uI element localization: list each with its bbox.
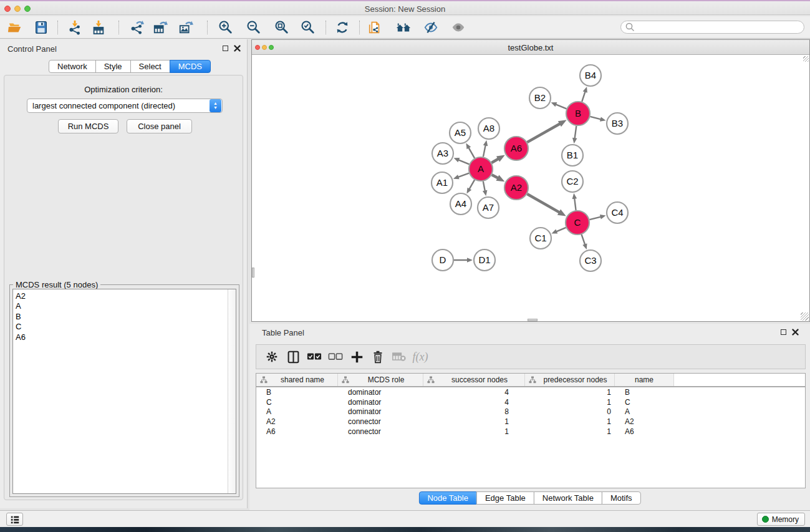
export-table-icon[interactable] xyxy=(152,19,168,36)
table-cell[interactable]: 4 xyxy=(423,388,525,397)
search-field[interactable] xyxy=(620,21,804,34)
run-mcds-button[interactable]: Run MCDS xyxy=(58,119,118,133)
open-file-icon[interactable] xyxy=(7,19,23,36)
tab-mcds[interactable]: MCDS xyxy=(170,60,211,73)
memory-button[interactable]: Memory xyxy=(757,513,805,526)
graph-edge-C-C4[interactable] xyxy=(589,216,601,220)
node-table[interactable]: shared nameMCDS rolesuccessor nodesprede… xyxy=(256,373,806,488)
deselect-all-icon[interactable] xyxy=(325,347,346,366)
table-cell[interactable]: A xyxy=(256,407,338,416)
import-table-icon[interactable] xyxy=(90,19,107,36)
table-tab-edge-table[interactable]: Edge Table xyxy=(476,491,534,505)
show-columns-icon[interactable] xyxy=(282,347,304,366)
table-tab-network-table[interactable]: Network Table xyxy=(534,491,602,505)
table-cell[interactable]: connector xyxy=(338,427,423,436)
tab-network[interactable]: Network xyxy=(49,60,96,73)
column-header-successor-nodes[interactable]: successor nodes xyxy=(423,374,525,386)
table-tab-motifs[interactable]: Motifs xyxy=(602,491,641,505)
table-settings-icon[interactable] xyxy=(261,347,282,366)
table-cell[interactable]: 8 xyxy=(423,407,525,416)
result-scrollbar[interactable] xyxy=(228,289,236,493)
network-canvas[interactable]: B4B2BB3A5A8A6A3B1AA1C2A2A4A7C4CC1C3DD1 xyxy=(252,56,809,321)
graph-edge-C-C1[interactable] xyxy=(556,228,566,232)
optimization-criterion-select[interactable]: largest connected component (directed) ▲… xyxy=(27,99,223,113)
zoom-selected-icon[interactable] xyxy=(300,19,316,36)
function-builder-icon[interactable]: f(x) xyxy=(410,347,431,366)
tab-select[interactable]: Select xyxy=(130,60,170,73)
first-neighbors-icon[interactable] xyxy=(395,19,412,36)
tab-style[interactable]: Style xyxy=(95,60,131,73)
mcds-result-item[interactable]: A6 xyxy=(16,332,236,342)
float-panel-icon[interactable] xyxy=(223,46,228,51)
close-panel-icon[interactable] xyxy=(234,45,241,52)
export-image-icon[interactable] xyxy=(178,19,194,36)
table-row[interactable]: Bdominator41B xyxy=(256,387,805,397)
graph-edge-A6-B[interactable] xyxy=(527,123,561,142)
table-row[interactable]: A2connector11A2 xyxy=(256,417,805,427)
graph-edge-B-B3[interactable] xyxy=(590,117,601,120)
mcds-result-item[interactable]: A xyxy=(16,301,236,311)
table-cell[interactable]: A6 xyxy=(615,427,674,436)
export-network-icon[interactable] xyxy=(129,19,145,36)
table-row[interactable]: Adominator80A xyxy=(256,407,805,417)
table-cell[interactable]: dominator xyxy=(338,398,423,407)
import-network-icon[interactable] xyxy=(67,19,83,36)
delete-column-icon[interactable] xyxy=(367,347,388,366)
zoom-fit-icon[interactable] xyxy=(274,19,290,36)
save-session-icon[interactable] xyxy=(33,19,49,36)
graph-edge-A-A1[interactable] xyxy=(458,173,470,178)
table-cell[interactable]: A6 xyxy=(256,427,338,436)
table-cell[interactable]: 1 xyxy=(423,417,525,426)
network-window-titlebar[interactable]: testGlobe.txt xyxy=(252,40,809,55)
graph-edge-A-A8[interactable] xyxy=(483,144,486,157)
add-column-icon[interactable] xyxy=(346,347,367,366)
table-cell[interactable]: A2 xyxy=(615,417,674,426)
table-cell[interactable]: A xyxy=(615,407,674,416)
hide-selected-icon[interactable] xyxy=(423,19,439,36)
mcds-result-item[interactable]: C xyxy=(16,322,236,332)
table-cell[interactable]: B xyxy=(615,388,674,397)
table-cell[interactable]: B xyxy=(256,388,338,397)
top-resize-grip-icon[interactable] xyxy=(803,56,809,62)
new-network-from-selection-icon[interactable] xyxy=(367,19,383,36)
column-header-name[interactable]: name xyxy=(615,374,674,386)
table-row[interactable]: A6connector11A6 xyxy=(256,427,805,437)
column-header-predecessor-nodes[interactable]: predecessor nodes xyxy=(525,374,615,386)
graph-edge-B-B1[interactable] xyxy=(574,126,576,139)
zoom-in-icon[interactable] xyxy=(218,19,234,36)
bottom-resize-handle[interactable] xyxy=(528,319,538,321)
table-close-panel-icon[interactable] xyxy=(792,329,799,336)
table-cell[interactable]: 0 xyxy=(525,407,615,416)
graph-edge-B-B4[interactable] xyxy=(582,91,586,102)
delete-table-icon[interactable] xyxy=(388,347,410,366)
table-cell[interactable]: C xyxy=(256,398,338,407)
mcds-result-item[interactable]: A2 xyxy=(16,291,236,301)
table-cell[interactable]: C xyxy=(615,398,674,407)
table-cell[interactable]: dominator xyxy=(338,407,423,416)
graph-edge-A-A3[interactable] xyxy=(458,160,469,165)
graph-edge-A-A4[interactable] xyxy=(469,180,475,190)
table-cell[interactable]: dominator xyxy=(338,388,423,397)
graph-edge-A2-C[interactable] xyxy=(527,194,560,213)
search-input[interactable] xyxy=(635,23,804,32)
graph-edge-A-A7[interactable] xyxy=(483,181,485,192)
graph-edge-C-C2[interactable] xyxy=(574,198,576,210)
table-cell[interactable]: 1 xyxy=(423,427,525,436)
table-row[interactable]: Cdominator41C xyxy=(256,397,805,407)
table-cell[interactable]: A2 xyxy=(256,417,338,426)
select-all-icon[interactable] xyxy=(304,347,325,366)
table-tab-node-table[interactable]: Node Table xyxy=(418,491,477,505)
table-cell[interactable]: connector xyxy=(338,417,423,426)
table-cell[interactable]: 4 xyxy=(423,398,525,407)
table-cell[interactable]: 1 xyxy=(525,398,615,407)
graph-edge-C-C3[interactable] xyxy=(582,235,586,246)
graph-edge-A-A5[interactable] xyxy=(468,147,475,158)
mcds-result-item[interactable]: B xyxy=(16,312,236,322)
table-cell[interactable]: 1 xyxy=(525,417,615,426)
table-cell[interactable]: 1 xyxy=(525,388,615,397)
refresh-icon[interactable] xyxy=(334,19,350,36)
show-all-icon[interactable] xyxy=(450,19,466,36)
graph-edge-B-B2[interactable] xyxy=(555,104,566,109)
column-header-shared-name[interactable]: shared name xyxy=(256,374,338,386)
task-history-button[interactable] xyxy=(6,513,23,526)
